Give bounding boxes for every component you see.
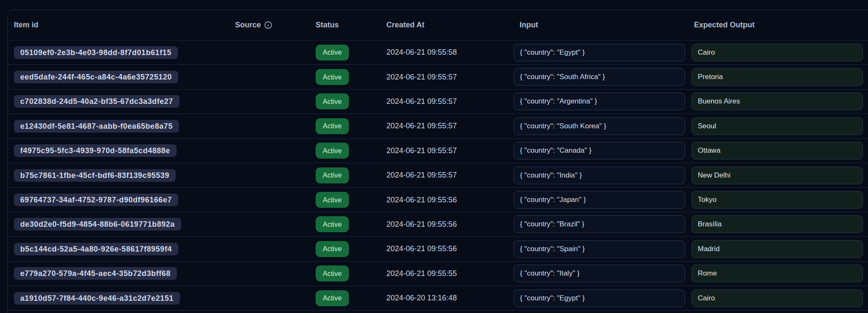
status-badge: Active xyxy=(316,167,349,183)
expected-output-cell: Brasília xyxy=(691,215,863,233)
input-cell: { "country": "Spain" } xyxy=(514,240,685,258)
input-cell-wrap: { "country": "Egypt" } xyxy=(514,289,688,307)
item-id-cell: 05109ef0-2e3b-4e03-98dd-8f7d01b61f15 xyxy=(8,46,229,59)
expected-output-cell: Cairo xyxy=(691,289,863,307)
input-cell-wrap: { "country": "Canada" } xyxy=(514,142,688,159)
expected-output-cell: Madrid xyxy=(691,240,863,258)
item-id-cell: b75c7861-1fbe-45cf-bdf6-83f139c95539 xyxy=(8,169,229,182)
created-at-cell: 2024-06-21 09:55:56 xyxy=(380,244,514,253)
table-row[interactable]: a1910d57-7f84-440c-9e46-a31c2d7e2151 Act… xyxy=(8,286,868,310)
item-id-badge[interactable]: b75c7861-1fbe-45cf-bdf6-83f139c95539 xyxy=(14,169,176,182)
status-badge: Active xyxy=(316,290,349,306)
expected-output-cell-wrap: Seoul xyxy=(688,117,868,135)
status-cell: Active xyxy=(310,69,380,85)
created-at-cell: 2024-06-21 09:55:55 xyxy=(380,269,514,278)
item-id-cell: e779a270-579a-4f45-aec4-35b72d3bff68 xyxy=(8,267,229,280)
table-row[interactable]: b75c7861-1fbe-45cf-bdf6-83f139c95539 Act… xyxy=(8,163,868,187)
input-cell-wrap: { "country": "Spain" } xyxy=(514,240,688,258)
info-icon[interactable] xyxy=(264,21,272,29)
created-at-cell: 2024-06-21 09:55:57 xyxy=(380,97,514,106)
item-id-cell: e12430df-5e81-4687-aabb-f0ea65be8a75 xyxy=(8,120,229,133)
expected-output-cell-wrap: Cairo xyxy=(688,44,868,61)
input-cell-wrap: { "country": "India" } xyxy=(514,167,688,184)
table-row[interactable]: e12430df-5e81-4687-aabb-f0ea65be8a75 Act… xyxy=(8,114,868,138)
column-header-input: Input xyxy=(514,21,688,29)
input-cell: { "country": "Egypt" } xyxy=(514,44,685,61)
item-id-badge[interactable]: e779a270-579a-4f45-aec4-35b72d3bff68 xyxy=(14,267,177,280)
item-id-badge[interactable]: e12430df-5e81-4687-aabb-f0ea65be8a75 xyxy=(14,120,179,133)
status-cell: Active xyxy=(310,265,380,281)
item-id-badge[interactable]: de30d2e0-f5d9-4854-88b6-0619771b892a xyxy=(14,218,181,231)
column-header-item-id-label: Item id xyxy=(14,21,38,29)
status-badge: Active xyxy=(316,143,349,159)
status-badge: Active xyxy=(316,241,349,257)
status-badge: Active xyxy=(316,216,349,232)
status-badge: Active xyxy=(316,93,349,109)
input-cell-wrap: { "country": "Brazil" } xyxy=(514,215,688,233)
status-badge: Active xyxy=(316,69,349,85)
table-row[interactable]: b5c144cd-52a5-4a80-926e-58617f8959f4 Act… xyxy=(8,236,868,261)
created-at-cell: 2024-06-21 09:55:57 xyxy=(380,171,514,180)
item-id-badge[interactable]: f4975c95-5fc3-4939-970d-58fa5cd4888e xyxy=(14,144,177,157)
item-id-badge[interactable]: eed5dafe-244f-465c-a84c-4a6e35725120 xyxy=(14,71,178,83)
item-id-cell: eed5dafe-244f-465c-a84c-4a6e35725120 xyxy=(8,71,229,83)
item-id-badge[interactable]: 69764737-34af-4752-9787-d90df96166e7 xyxy=(14,194,178,206)
created-at-value: 2024-06-21 09:55:56 xyxy=(386,220,457,229)
status-cell: Active xyxy=(310,216,380,232)
status-badge: Active xyxy=(316,192,349,208)
item-id-badge[interactable]: 05109ef0-2e3b-4e03-98dd-8f7d01b61f15 xyxy=(14,46,178,59)
column-header-expected-output-label: Expected Output xyxy=(694,21,755,29)
status-cell: Active xyxy=(310,118,380,134)
created-at-cell: 2024-06-20 13:16:48 xyxy=(380,294,514,302)
item-id-cell: b5c144cd-52a5-4a80-926e-58617f8959f4 xyxy=(8,243,229,255)
input-cell-wrap: { "country": "Italy" } xyxy=(514,265,688,282)
input-cell: { "country": "Italy" } xyxy=(514,265,685,282)
input-cell-wrap: { "country": "Egypt" } xyxy=(514,44,688,61)
status-badge: Active xyxy=(316,265,349,281)
created-at-cell: 2024-06-21 09:55:57 xyxy=(380,73,514,82)
table-row[interactable]: f4975c95-5fc3-4939-970d-58fa5cd4888e Act… xyxy=(8,138,868,163)
item-id-cell: 69764737-34af-4752-9787-d90df96166e7 xyxy=(8,194,229,206)
status-badge: Active xyxy=(316,45,349,61)
expected-output-cell-wrap: Rome xyxy=(688,265,868,282)
item-id-badge[interactable]: c702838d-24d5-40a2-bf35-67dc3a3dfe27 xyxy=(14,95,179,108)
item-id-badge[interactable]: b5c144cd-52a5-4a80-926e-58617f8959f4 xyxy=(14,243,178,255)
item-id-cell: f4975c95-5fc3-4939-970d-58fa5cd4888e xyxy=(8,144,229,157)
expected-output-cell: Rome xyxy=(691,265,863,282)
input-cell: { "country": "India" } xyxy=(514,167,685,184)
column-header-created-at-label: Created At xyxy=(386,21,424,29)
table-row[interactable]: 05109ef0-2e3b-4e03-98dd-8f7d01b61f15 Act… xyxy=(8,40,868,64)
created-at-value: 2024-06-21 09:55:56 xyxy=(386,196,457,204)
input-cell: { "country": "Egypt" } xyxy=(514,289,685,307)
column-header-created-at: Created At xyxy=(380,21,514,29)
table-row[interactable]: 69764737-34af-4752-9787-d90df96166e7 Act… xyxy=(8,187,868,212)
table-row[interactable]: de30d2e0-f5d9-4854-88b6-0619771b892a Act… xyxy=(8,212,868,236)
status-cell: Active xyxy=(310,143,380,159)
status-cell: Active xyxy=(310,192,380,208)
created-at-cell: 2024-06-21 09:55:56 xyxy=(380,196,514,204)
created-at-cell: 2024-06-21 09:55:57 xyxy=(380,122,514,130)
expected-output-cell: Cairo xyxy=(691,44,863,61)
table-header-row: Item id Source Status Created At Input E… xyxy=(8,10,868,40)
expected-output-cell-wrap: New Delhi xyxy=(688,167,868,184)
status-badge: Active xyxy=(316,118,349,134)
status-cell: Active xyxy=(310,93,380,109)
expected-output-cell-wrap: Pretoria xyxy=(688,68,868,86)
column-header-source-label: Source xyxy=(235,21,261,29)
created-at-value: 2024-06-21 09:55:57 xyxy=(386,122,457,130)
table-row[interactable]: e779a270-579a-4f45-aec4-35b72d3bff68 Act… xyxy=(8,261,868,286)
expected-output-cell: Buenos Aires xyxy=(691,93,863,110)
created-at-value: 2024-06-21 09:55:57 xyxy=(386,171,457,180)
input-cell: { "country": "Japan" } xyxy=(514,191,685,209)
expected-output-cell-wrap: Brasília xyxy=(688,215,868,233)
table-row[interactable]: c702838d-24d5-40a2-bf35-67dc3a3dfe27 Act… xyxy=(8,89,868,114)
table-row[interactable]: eed5dafe-244f-465c-a84c-4a6e35725120 Act… xyxy=(8,64,868,89)
item-id-badge[interactable]: a1910d57-7f84-440c-9e46-a31c2d7e2151 xyxy=(14,292,180,305)
expected-output-cell-wrap: Cairo xyxy=(688,289,868,307)
status-cell: Active xyxy=(310,167,380,183)
table-body: 05109ef0-2e3b-4e03-98dd-8f7d01b61f15 Act… xyxy=(8,40,868,310)
item-id-cell: c702838d-24d5-40a2-bf35-67dc3a3dfe27 xyxy=(8,95,229,108)
dataset-items-table: Item id Source Status Created At Input E… xyxy=(8,10,868,313)
expected-output-cell-wrap: Madrid xyxy=(688,240,868,258)
status-cell: Active xyxy=(310,241,380,257)
